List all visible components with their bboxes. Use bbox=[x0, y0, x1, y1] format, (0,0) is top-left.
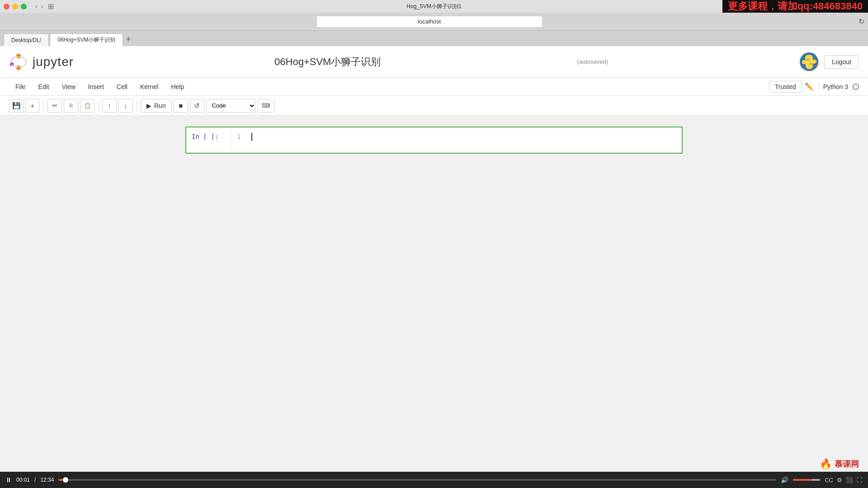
titlebar: ‹ › ⊞ Hog_SVM小狮子识别1 更多课程，请加qq:484683840 bbox=[0, 0, 868, 13]
watermark: 🔥 慕课网 bbox=[820, 458, 859, 470]
run-icon: ▶ bbox=[146, 102, 151, 109]
play-pause-button[interactable]: ⏸ bbox=[5, 476, 12, 483]
back-button[interactable]: ‹ bbox=[34, 3, 39, 10]
cell-input[interactable]: 1 bbox=[231, 127, 682, 153]
notebook-title[interactable]: 06Hog+SVM小狮子识别 bbox=[274, 55, 381, 69]
cut-icon: ✂ bbox=[52, 102, 58, 110]
reload-button[interactable]: ↻ bbox=[859, 17, 864, 26]
copy-button[interactable]: ⎘ bbox=[64, 99, 78, 113]
up-arrow-icon: ↑ bbox=[108, 102, 111, 109]
jupyter-logo-text: jupyter bbox=[33, 55, 74, 69]
nav-arrows: ‹ › bbox=[34, 3, 44, 10]
trusted-button[interactable]: Trusted bbox=[769, 81, 802, 93]
progress-bar[interactable] bbox=[58, 479, 776, 481]
progress-fill bbox=[58, 479, 66, 481]
toolbar-divider-3 bbox=[137, 100, 137, 111]
python-logo bbox=[800, 52, 819, 71]
toolbar-divider-2 bbox=[98, 100, 99, 111]
stop-icon: ■ bbox=[179, 102, 183, 109]
time-total: 12:34 bbox=[40, 477, 54, 483]
restart-icon: ↺ bbox=[194, 102, 200, 110]
close-button[interactable] bbox=[4, 4, 9, 9]
fullscreen-icon[interactable]: ⛶ bbox=[857, 477, 863, 483]
run-label: Run bbox=[154, 102, 166, 109]
traffic-lights bbox=[4, 4, 27, 9]
main-content: jupyter 06Hog+SVM小狮子识别 (autosaved) Logou… bbox=[0, 46, 868, 488]
copy-icon: ⎘ bbox=[70, 103, 73, 109]
menu-file[interactable]: File bbox=[9, 80, 32, 94]
move-down-button[interactable]: ↓ bbox=[118, 99, 133, 113]
tab-bar: Desktop/DL/ 06Hog+SVM小狮子识别 + bbox=[0, 31, 868, 46]
plus-icon: + bbox=[31, 102, 35, 109]
minimize-button[interactable] bbox=[12, 4, 18, 9]
menu-kernel[interactable]: Kernel bbox=[134, 80, 165, 94]
logout-button[interactable]: Logout bbox=[824, 55, 859, 69]
browser-bar: localhost ↻ bbox=[0, 13, 868, 31]
jupyter-header: jupyter 06Hog+SVM小狮子识别 (autosaved) Logou… bbox=[0, 46, 868, 78]
keyboard-button[interactable]: ⌨ bbox=[258, 99, 274, 113]
menu-divider bbox=[818, 82, 819, 91]
new-tab-button[interactable]: + bbox=[126, 35, 131, 44]
volume-fill bbox=[793, 479, 812, 481]
run-button[interactable]: ▶ Run bbox=[141, 99, 172, 113]
menu-cell[interactable]: Cell bbox=[110, 80, 134, 94]
toolbar-divider-1 bbox=[43, 100, 44, 111]
watermark-text: 慕课网 bbox=[835, 459, 859, 469]
cell-type-selector[interactable]: Code Markdown Raw NBConvert Heading bbox=[206, 99, 256, 113]
promo-banner: 更多课程，请加qq:484683840 bbox=[722, 0, 868, 13]
notebook-area[interactable]: In [ ]: 1 bbox=[0, 116, 868, 488]
volume-icon: 🔊 bbox=[781, 476, 788, 483]
add-cell-button[interactable]: + bbox=[25, 99, 40, 113]
stop-button[interactable]: ■ bbox=[174, 99, 188, 113]
toolbar: 💾 + ✂ ⎘ 📋 ↑ ↓ ▶ Run ■ ↺ bbox=[0, 96, 868, 116]
tab-desktop[interactable]: Desktop/DL/ bbox=[4, 33, 49, 46]
menu-edit[interactable]: Edit bbox=[32, 80, 56, 94]
jupyter-logo-icon bbox=[9, 52, 28, 71]
save-icon: 💾 bbox=[12, 102, 21, 110]
code-cell[interactable]: In [ ]: 1 bbox=[185, 127, 683, 154]
maximize-button[interactable] bbox=[21, 4, 27, 9]
cell-prompt: In [ ]: bbox=[186, 127, 231, 153]
time-current: 00:01 bbox=[16, 477, 30, 483]
save-button[interactable]: 💾 bbox=[9, 99, 24, 113]
forward-button[interactable]: › bbox=[40, 3, 45, 10]
keyboard-icon: ⌨ bbox=[262, 102, 270, 109]
url-bar[interactable]: localhost bbox=[316, 16, 542, 28]
kernel-status-icon bbox=[853, 84, 859, 90]
menu-view[interactable]: View bbox=[56, 80, 82, 94]
restart-button[interactable]: ↺ bbox=[190, 99, 204, 113]
autosaved-status: (autosaved) bbox=[577, 58, 608, 65]
time-separator: / bbox=[34, 477, 36, 483]
menu-insert[interactable]: Insert bbox=[82, 80, 110, 94]
video-controls: ⏸ 00:01 / 12:34 🔊 CC ⚙ ⬛ ⛶ bbox=[0, 472, 868, 488]
line-number: 1 bbox=[237, 131, 246, 140]
menu-help[interactable]: Help bbox=[165, 80, 190, 94]
paste-button[interactable]: 📋 bbox=[80, 99, 94, 113]
python-icon bbox=[800, 52, 819, 71]
move-up-button[interactable]: ↑ bbox=[102, 99, 117, 113]
control-icons: CC ⚙ ⬛ ⛶ bbox=[825, 477, 863, 483]
window-title: Hog_SVM小狮子识别1 bbox=[406, 3, 461, 10]
sidebar-toggle-button[interactable]: ⊞ bbox=[48, 2, 54, 11]
theater-icon[interactable]: ⬛ bbox=[846, 477, 853, 483]
edit-icon[interactable]: ✏️ bbox=[805, 82, 814, 91]
tab-notebook[interactable]: 06Hog+SVM小狮子识别 bbox=[50, 33, 123, 46]
down-arrow-icon: ↓ bbox=[124, 102, 127, 109]
paste-icon: 📋 bbox=[84, 103, 91, 109]
cursor bbox=[251, 133, 252, 141]
volume-bar[interactable] bbox=[793, 479, 820, 481]
subtitles-icon[interactable]: CC bbox=[825, 477, 833, 483]
cut-button[interactable]: ✂ bbox=[47, 99, 62, 113]
menu-bar: File Edit View Insert Cell Kernel Help T… bbox=[0, 78, 868, 96]
kernel-name: Python 3 bbox=[823, 83, 848, 90]
header-right: Logout bbox=[800, 52, 859, 71]
progress-thumb bbox=[63, 477, 68, 483]
settings-icon[interactable]: ⚙ bbox=[837, 477, 842, 483]
jupyter-logo: jupyter bbox=[9, 52, 74, 71]
flame-icon: 🔥 bbox=[820, 458, 832, 470]
